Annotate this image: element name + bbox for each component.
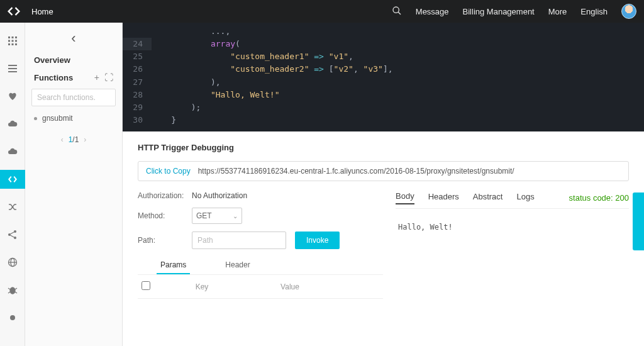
svg-point-20 — [10, 287, 15, 294]
svg-rect-5 — [8, 40, 10, 42]
panel-title: HTTP Trigger Debugging — [138, 143, 629, 152]
svg-rect-2 — [8, 36, 10, 38]
sidebar: ‹ Overview Functions + ⛶ gnsubmit ‹ 1/1 … — [25, 23, 123, 346]
nav-bug-icon[interactable] — [0, 281, 25, 299]
response-panel: Body Headers Abstract Logs status code: … — [396, 191, 629, 299]
function-item-gnsubmit[interactable]: gnsubmit — [34, 114, 113, 123]
code-editor[interactable]: ...,24 array(25 "custom_header1" => "v1"… — [123, 23, 644, 131]
status-code: status code: 200 — [569, 193, 629, 203]
svg-rect-13 — [8, 71, 17, 72]
svg-point-0 — [393, 7, 399, 13]
nav-cloud2-icon[interactable] — [0, 142, 25, 161]
params-table-header: Key Value — [138, 275, 383, 299]
auth-value: No Authorization — [192, 191, 247, 200]
svg-line-23 — [8, 292, 10, 293]
invoke-button[interactable]: Invoke — [295, 232, 340, 249]
tab-params[interactable]: Params — [157, 257, 190, 274]
path-label: Path: — [138, 236, 192, 245]
sidebar-functions-label[interactable]: Functions — [34, 73, 73, 82]
tab-header[interactable]: Header — [221, 257, 253, 274]
svg-line-21 — [8, 288, 10, 289]
svg-rect-6 — [11, 40, 13, 42]
brand-logo — [8, 7, 20, 16]
pager-prev-icon[interactable]: ‹ — [61, 135, 64, 144]
avatar[interactable] — [621, 4, 636, 19]
col-key: Key — [158, 282, 246, 291]
pager: ‹ 1/1 › — [31, 135, 116, 144]
nav-list-icon[interactable] — [0, 59, 25, 78]
nav-share-icon[interactable] — [0, 225, 25, 244]
nav-billing[interactable]: Billing Management — [463, 7, 535, 16]
svg-line-24 — [15, 292, 17, 293]
method-select[interactable]: GET ⌄ — [192, 208, 242, 224]
nav-globe-icon[interactable] — [0, 253, 25, 272]
method-label: Method: — [138, 211, 192, 220]
expand-functions-icon[interactable]: ⛶ — [104, 72, 113, 82]
svg-line-22 — [15, 288, 17, 289]
nav-code-icon[interactable] — [0, 170, 25, 189]
svg-rect-8 — [8, 43, 10, 45]
svg-rect-9 — [11, 43, 13, 45]
copy-url-button[interactable]: Click to Copy — [146, 167, 191, 176]
svg-rect-4 — [15, 36, 17, 38]
svg-line-1 — [398, 12, 401, 14]
search-input[interactable] — [31, 89, 116, 106]
nav-shuffle-icon[interactable] — [0, 198, 25, 216]
resp-tab-body[interactable]: Body — [396, 191, 414, 204]
nav-apps-icon[interactable] — [0, 31, 25, 50]
svg-rect-12 — [8, 68, 17, 69]
response-body: Hallo, Welt! — [396, 209, 629, 245]
function-item-label: gnsubmit — [42, 114, 73, 123]
icon-sidebar — [0, 23, 25, 346]
nav-language[interactable]: English — [580, 7, 608, 16]
home-link[interactable]: Home — [31, 7, 53, 16]
main-content: ...,24 array(25 "custom_header1" => "v1"… — [123, 23, 644, 346]
add-function-icon[interactable]: + — [94, 72, 99, 82]
chevron-down-icon: ⌄ — [233, 213, 238, 220]
svg-rect-3 — [11, 36, 13, 38]
auth-label: Authorization: — [138, 191, 192, 200]
contact-us-tab[interactable] — [633, 193, 644, 250]
resp-tab-logs[interactable]: Logs — [516, 192, 534, 204]
trigger-url: https://5537741186916234.eu-central-1.fc… — [198, 167, 514, 176]
select-all-checkbox[interactable] — [142, 281, 150, 290]
sidebar-overview[interactable]: Overview — [34, 55, 113, 65]
svg-rect-10 — [15, 43, 17, 45]
svg-point-25 — [10, 315, 15, 320]
back-button[interactable]: ‹ — [31, 30, 116, 47]
nav-dot-icon[interactable] — [0, 308, 25, 327]
svg-rect-11 — [8, 65, 17, 66]
svg-rect-7 — [15, 40, 17, 42]
path-input[interactable] — [192, 232, 286, 249]
request-form: Authorization: No Authorization Method: … — [138, 191, 383, 299]
trigger-url-box: Click to Copy https://5537741186916234.e… — [138, 161, 629, 181]
pager-next-icon[interactable]: › — [84, 135, 86, 144]
resp-tab-headers[interactable]: Headers — [428, 192, 459, 204]
nav-more[interactable]: More — [548, 7, 567, 16]
resp-tab-abstract[interactable]: Abstract — [473, 192, 503, 204]
nav-heart-icon[interactable] — [0, 87, 25, 106]
col-value: Value — [246, 282, 334, 291]
search-icon[interactable] — [392, 6, 402, 18]
topbar: Home Message Billing Management More Eng… — [0, 0, 644, 23]
dot-icon — [34, 117, 37, 120]
nav-cloud-icon[interactable] — [0, 114, 25, 133]
nav-message[interactable]: Message — [416, 7, 449, 16]
